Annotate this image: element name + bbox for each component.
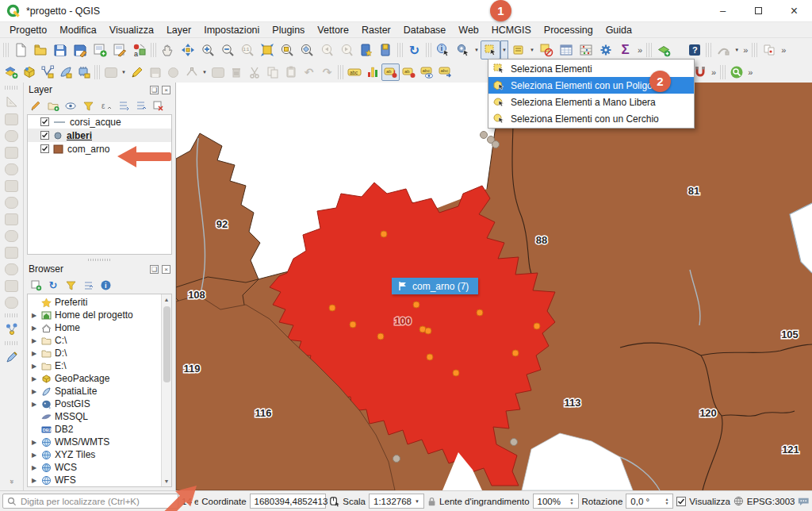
scrollbar-thumb[interactable]: [163, 306, 170, 382]
browser-item-preferiti[interactable]: Preferiti: [28, 296, 171, 309]
reshape-features-button[interactable]: [5, 280, 18, 292]
show-spatial-bookmarks-button[interactable]: [376, 40, 396, 60]
browser-item-postgis[interactable]: ▶PostGIS: [28, 398, 171, 410]
select-features-dropdown[interactable]: ▼: [500, 40, 508, 60]
layer-row-alberi[interactable]: alberi: [28, 129, 171, 142]
save-project-as-button[interactable]: [70, 40, 90, 60]
zoom-full-button[interactable]: [257, 40, 277, 60]
fill-ring-button[interactable]: [5, 230, 18, 242]
filter-by-expression-button[interactable]: ε: [98, 98, 113, 113]
save-project-button[interactable]: [50, 40, 70, 60]
expand-arrow-icon[interactable]: ▶: [30, 401, 38, 408]
expand-arrow-icon[interactable]: ▶: [30, 464, 38, 471]
show-sum-of-features-button[interactable]: Σ: [615, 40, 635, 60]
toggle-editing-button[interactable]: [128, 63, 146, 81]
lock-icon[interactable]: [427, 496, 436, 507]
data-source-manager-button[interactable]: [2, 63, 20, 81]
scroll-down-icon[interactable]: ▼: [164, 476, 170, 486]
browser-item-home-progetto[interactable]: ▶Home del progetto: [28, 309, 171, 321]
toolbar-grip[interactable]: [5, 341, 19, 345]
magnifier-spinner[interactable]: 100%▲▼: [533, 494, 579, 509]
add-part-button[interactable]: [5, 213, 18, 225]
remove-layer-button[interactable]: [151, 98, 165, 113]
extents-toggle-icon[interactable]: [329, 495, 340, 508]
expand-arrow-icon[interactable]: ▶: [30, 451, 38, 459]
toolbar-grip[interactable]: [752, 43, 757, 57]
crs-globe-icon[interactable]: [733, 495, 744, 507]
run-feature-action-dropdown[interactable]: ▼: [473, 40, 481, 60]
collapse-all-button[interactable]: [133, 98, 147, 113]
help-contents-button[interactable]: ?: [684, 40, 704, 60]
filter-browser-button[interactable]: [63, 278, 78, 292]
add-selected-layers-button[interactable]: [29, 278, 43, 292]
topology-checker-button[interactable]: [5, 322, 19, 336]
pin-labels-button[interactable]: ab: [381, 63, 400, 81]
toolbar-grip[interactable]: [646, 43, 652, 57]
browser-item-wms[interactable]: ▶WMS/WMTS: [28, 436, 171, 448]
toolbar-overflow[interactable]: »: [709, 67, 718, 77]
zoom-next-button[interactable]: [336, 40, 356, 60]
browser-item-d-drive[interactable]: ▶D:\: [28, 347, 171, 359]
toolbar-grip[interactable]: [426, 43, 431, 57]
refresh-browser-button[interactable]: ↻: [46, 278, 60, 292]
close-button[interactable]: ×: [776, 0, 812, 22]
layer-name[interactable]: corsi_acque: [70, 117, 121, 128]
expand-arrow-icon[interactable]: ▶: [30, 312, 38, 319]
identify-features-button[interactable]: i: [433, 40, 453, 60]
modify-attributes-button[interactable]: [209, 63, 227, 81]
delete-selected-button[interactable]: [227, 63, 245, 81]
zoom-in-button[interactable]: [197, 40, 217, 60]
menu-impostazioni[interactable]: Impostazioni: [197, 24, 266, 36]
menu-web[interactable]: Web: [452, 24, 485, 36]
style-manager-button[interactable]: a: [129, 40, 149, 60]
browser-item-e-drive[interactable]: ▶E:\: [28, 359, 171, 372]
zoom-to-selection-button[interactable]: [277, 40, 297, 60]
deselect-all-button[interactable]: [536, 40, 556, 60]
browser-item-spatialite[interactable]: ▶SpatiaLite: [28, 385, 171, 398]
menu-processing[interactable]: Processing: [538, 24, 599, 36]
add-ring-button[interactable]: [5, 197, 18, 209]
layer-labeling-button[interactable]: abc: [345, 63, 363, 81]
browser-item-c-drive[interactable]: ▶C:\: [28, 334, 171, 347]
toolbar-grip[interactable]: [706, 43, 711, 57]
expand-all-button[interactable]: [116, 98, 130, 113]
offset-curve-dropdown[interactable]: ▼: [733, 40, 741, 60]
new-print-layout-button[interactable]: [90, 40, 109, 60]
processing-toolbox-button[interactable]: [596, 40, 615, 60]
expand-arrow-icon[interactable]: ▶: [30, 477, 38, 484]
split-features-button[interactable]: [759, 40, 779, 60]
menu-database[interactable]: Database: [397, 24, 453, 36]
browser-item-wfs[interactable]: ▶WFS: [28, 474, 171, 486]
run-feature-action-button[interactable]: [453, 40, 473, 60]
layer-diagram-button[interactable]: [363, 63, 381, 81]
layer-checkbox[interactable]: [40, 144, 49, 153]
move-feature-button[interactable]: [5, 130, 18, 142]
maximize-button[interactable]: [741, 0, 776, 22]
show-layout-manager-button[interactable]: [109, 40, 129, 60]
undo-button[interactable]: ↶: [300, 63, 318, 81]
statistical-summary-button[interactable]: [576, 40, 596, 60]
menu-plugins[interactable]: Plugins: [266, 24, 311, 36]
close-panel-button[interactable]: ×: [162, 265, 170, 274]
close-panel-button[interactable]: ×: [162, 86, 170, 94]
refresh-map-button[interactable]: ↻: [404, 40, 424, 60]
menu-layer[interactable]: Layer: [160, 24, 197, 36]
sidebar-overflow[interactable]: »: [7, 479, 15, 483]
search-plugin-button[interactable]: [727, 63, 745, 81]
messages-icon[interactable]: [798, 496, 810, 507]
collapse-all-button[interactable]: [81, 278, 95, 292]
pan-map-button[interactable]: [158, 40, 178, 60]
menu-item-seleziona-cerchio[interactable]: Seleziona Elementi con un Cerchio: [488, 110, 694, 127]
menu-item-seleziona-mano-libera[interactable]: Seleziona Elementi a Mano Libera: [488, 94, 694, 110]
expand-arrow-icon[interactable]: ▶: [30, 439, 38, 446]
pan-to-selection-button[interactable]: [178, 40, 197, 60]
expand-arrow-icon[interactable]: ▶: [30, 375, 38, 382]
toolbar-grip[interactable]: [397, 43, 403, 57]
toolbar-grip[interactable]: [151, 43, 156, 57]
select-features-button[interactable]: [481, 40, 500, 60]
spinner-arrows-icon[interactable]: ▲▼: [665, 498, 668, 505]
toolbar-grip[interactable]: [338, 65, 343, 79]
coordinate-input[interactable]: 1680394,4852413: [250, 494, 326, 509]
zoom-to-layer-button[interactable]: [297, 40, 316, 60]
plugin-green-button[interactable]: [653, 40, 673, 60]
